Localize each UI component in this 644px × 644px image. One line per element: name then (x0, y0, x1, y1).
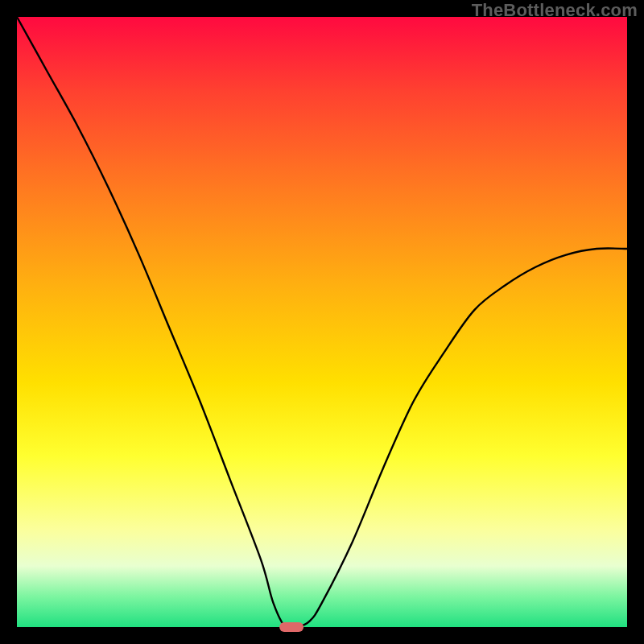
optimum-marker (279, 622, 303, 632)
bottleneck-curve (17, 17, 627, 630)
plot-area (17, 17, 627, 627)
chart-svg (17, 17, 627, 627)
bottleneck-chart: TheBottleneck.com (0, 0, 644, 644)
